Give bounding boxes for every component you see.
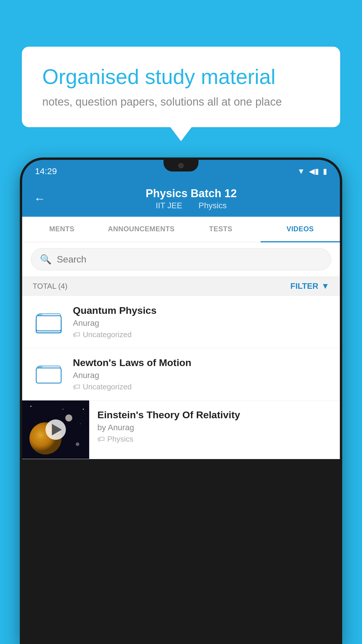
tab-ments[interactable]: MENTS xyxy=(22,217,102,242)
filter-label: FILTER xyxy=(290,281,318,291)
list-item[interactable]: Einstein's Theory Of Relativity by Anura… xyxy=(22,400,340,459)
search-input[interactable] xyxy=(57,254,322,265)
video-author: Anurag xyxy=(73,318,329,328)
folder-icon-wrap xyxy=(33,358,65,390)
play-button[interactable] xyxy=(45,419,66,440)
tab-videos[interactable]: VIDEOS xyxy=(261,217,340,242)
svg-point-10 xyxy=(76,442,79,446)
tab-tests[interactable]: TESTS xyxy=(181,217,261,242)
tab-announcements[interactable]: ANNOUNCEMENTS xyxy=(102,217,181,242)
list-item[interactable]: Quantum Physics Anurag 🏷 Uncategorized xyxy=(22,296,340,348)
header-title-group: Physics Batch 12 IIT JEE Physics xyxy=(54,187,328,210)
list-item[interactable]: Newton's Laws of Motion Anurag 🏷 Uncateg… xyxy=(22,348,340,400)
phone-inner: 14:29 ▼ ◀▮ ▮ ← Physics Batch 12 IIT JEE … xyxy=(22,160,340,642)
folder-icon-wrap xyxy=(33,306,65,338)
battery-icon: ▮ xyxy=(323,167,327,176)
header-subtitle-physics: Physics xyxy=(198,201,226,210)
speech-bubble-container: Organised study material notes, question… xyxy=(22,47,340,127)
tag-label: Physics xyxy=(107,435,133,444)
header-subtitle-iitjee: IIT JEE xyxy=(156,201,182,210)
video-author: by Anurag xyxy=(97,423,332,432)
phone-frame: 14:29 ▼ ◀▮ ▮ ← Physics Batch 12 IIT JEE … xyxy=(20,158,342,644)
total-count-label: TOTAL (4) xyxy=(33,282,67,291)
header-subtitle: IIT JEE Physics xyxy=(54,201,328,210)
svg-point-9 xyxy=(65,414,72,421)
filter-button[interactable]: FILTER ▼ xyxy=(290,281,329,291)
video-tag: 🏷 Uncategorized xyxy=(73,382,329,391)
search-container: 🔍 xyxy=(22,242,340,276)
svg-rect-5 xyxy=(36,368,61,383)
svg-point-14 xyxy=(83,409,84,410)
tag-icon: 🏷 xyxy=(73,330,80,339)
header-title: Physics Batch 12 xyxy=(54,187,328,200)
tag-icon: 🏷 xyxy=(73,382,80,391)
camera xyxy=(178,163,184,168)
wifi-icon: ▼ xyxy=(297,167,305,176)
speech-bubble-subtitle: notes, question papers, solutions all at… xyxy=(42,96,320,108)
tag-label: Uncategorized xyxy=(83,382,132,391)
video-list: Quantum Physics Anurag 🏷 Uncategorized xyxy=(22,296,340,459)
filter-icon: ▼ xyxy=(321,281,329,291)
folder-icon xyxy=(36,309,62,335)
filter-bar: TOTAL (4) FILTER ▼ xyxy=(22,276,340,296)
video-info: Quantum Physics Anurag 🏷 Uncategorized xyxy=(73,305,329,339)
video-thumbnail xyxy=(22,400,89,459)
play-triangle-icon xyxy=(52,424,62,435)
notch xyxy=(164,160,198,172)
speech-bubble: Organised study material notes, question… xyxy=(22,47,340,127)
svg-point-11 xyxy=(30,406,31,407)
tag-label: Uncategorized xyxy=(83,330,132,339)
signal-icon: ◀▮ xyxy=(309,167,319,176)
tabs-bar: MENTS ANNOUNCEMENTS TESTS VIDEOS xyxy=(22,217,340,242)
svg-point-12 xyxy=(63,409,64,410)
video-info: Newton's Laws of Motion Anurag 🏷 Uncateg… xyxy=(73,357,329,391)
status-time: 14:29 xyxy=(35,166,57,176)
video-info: Einstein's Theory Of Relativity by Anura… xyxy=(89,400,340,452)
video-author: Anurag xyxy=(73,371,329,380)
video-title: Newton's Laws of Motion xyxy=(73,357,329,368)
video-title: Quantum Physics xyxy=(73,305,329,316)
status-icons: ▼ ◀▮ ▮ xyxy=(297,167,327,176)
svg-rect-3 xyxy=(36,316,61,331)
video-tag: 🏷 Physics xyxy=(97,435,332,444)
video-title: Einstein's Theory Of Relativity xyxy=(97,409,332,421)
search-icon: 🔍 xyxy=(40,254,52,265)
video-tag: 🏷 Uncategorized xyxy=(73,330,329,339)
search-bar[interactable]: 🔍 xyxy=(31,248,331,270)
tag-icon: 🏷 xyxy=(97,435,105,444)
speech-bubble-title: Organised study material xyxy=(42,64,320,89)
app-header: ← Physics Batch 12 IIT JEE Physics xyxy=(22,181,340,217)
folder-icon xyxy=(36,361,62,387)
svg-point-13 xyxy=(80,424,81,424)
back-button[interactable]: ← xyxy=(34,192,45,205)
